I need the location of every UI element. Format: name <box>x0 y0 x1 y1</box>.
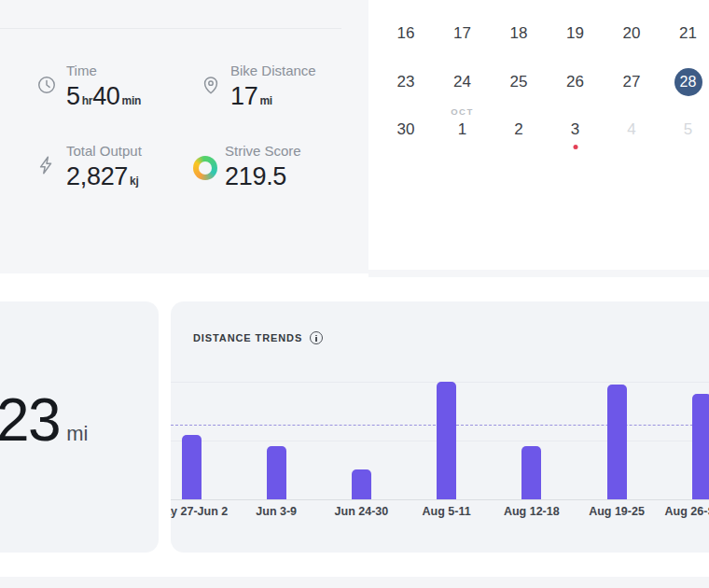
calendar-day[interactable]: 30 <box>378 105 434 154</box>
stat-value: 2,827kj <box>66 161 142 197</box>
calendar-day[interactable]: 26 <box>548 58 604 106</box>
chart-bar[interactable] <box>437 382 456 499</box>
stat-value: 17mi <box>230 80 316 117</box>
stat-label: Total Output <box>66 142 142 161</box>
calendar-day[interactable]: 17 <box>435 9 491 58</box>
divider <box>0 28 341 29</box>
chart-baseline <box>171 499 709 500</box>
distance-trends-card: May 27-Jun 2Jun 3-9Jun 24-30Aug 5-11Aug … <box>171 301 709 553</box>
stat-bike-distance: Bike Distance 17mi <box>198 62 316 117</box>
calendar-day[interactable]: 19 <box>548 9 604 58</box>
chart-x-label: May 27-Jun 2 <box>171 505 228 518</box>
calendar-activity-dot <box>573 145 577 149</box>
distance-trends-title: DISTANCE TRENDS <box>193 332 302 343</box>
stat-label: Time <box>66 62 141 80</box>
calendar-day[interactable]: 21 <box>660 9 709 58</box>
chart-x-label: Aug 19-25 <box>589 505 645 518</box>
calendar-day[interactable]: 28 <box>660 58 709 106</box>
dashboard-page: Time 5hr40min Bike Distance 17mi <box>0 0 709 588</box>
strive-ring-icon <box>192 142 218 192</box>
distance-summary-card: 23mi <box>0 301 159 553</box>
calendar-day[interactable]: 2 <box>491 105 547 154</box>
calendar-panel-edge <box>368 270 709 277</box>
total-distance-unit: mi <box>66 422 88 445</box>
calendar-day[interactable]: 4 <box>604 105 660 154</box>
stat-total-output: Total Output 2,827kj <box>34 142 142 197</box>
calendar-day[interactable]: 3 <box>548 105 604 154</box>
workout-stats-panel: Time 5hr40min Bike Distance 17mi <box>0 0 368 273</box>
calendar-day[interactable]: 23 <box>378 58 434 106</box>
calendar-day[interactable]: 16 <box>378 9 434 58</box>
location-pin-icon <box>198 62 224 117</box>
chart-x-label: Aug 26-Sep 1 <box>665 505 709 518</box>
chart-bar[interactable] <box>692 394 709 499</box>
calendar-day[interactable]: 27 <box>604 58 660 106</box>
chart-bar[interactable] <box>352 469 371 499</box>
chart-bar[interactable] <box>607 385 627 499</box>
chart-x-label: Jun 3-9 <box>256 505 297 518</box>
stat-strive-score: Strive Score 219.5 <box>192 142 301 192</box>
calendar-day[interactable]: 20 <box>604 9 660 58</box>
chart-x-label: Aug 12-18 <box>504 505 560 518</box>
info-icon[interactable] <box>310 331 323 344</box>
distance-trends-header: DISTANCE TRENDS <box>193 331 323 344</box>
lightning-icon <box>34 142 60 197</box>
calendar-day[interactable]: 25 <box>491 58 547 106</box>
calendar-month-label: OCT <box>451 106 474 117</box>
stat-label: Bike Distance <box>230 62 316 80</box>
calendar-day[interactable]: 5 <box>660 105 709 154</box>
stat-label: Strive Score <box>225 142 301 161</box>
stat-value: 219.5 <box>225 161 301 192</box>
calendar: 161718192021232425262728301OCT2345 <box>368 0 709 270</box>
next-section-edge <box>0 577 709 588</box>
chart-bar[interactable] <box>521 446 541 499</box>
chart-bar[interactable] <box>182 435 202 499</box>
stat-value: 5hr40min <box>66 80 141 117</box>
total-distance-value: 23mi <box>0 389 88 452</box>
calendar-day[interactable]: 1OCT <box>435 105 491 154</box>
chart-bar[interactable] <box>267 446 286 499</box>
calendar-day[interactable]: 24 <box>435 58 491 106</box>
chart-x-label: Aug 5-11 <box>423 505 471 518</box>
clock-icon <box>34 62 60 117</box>
calendar-day-selected[interactable]: 28 <box>674 68 702 96</box>
calendar-day[interactable]: 18 <box>491 9 547 58</box>
chart-x-label: Jun 24-30 <box>335 505 389 518</box>
stat-time: Time 5hr40min <box>34 62 141 117</box>
